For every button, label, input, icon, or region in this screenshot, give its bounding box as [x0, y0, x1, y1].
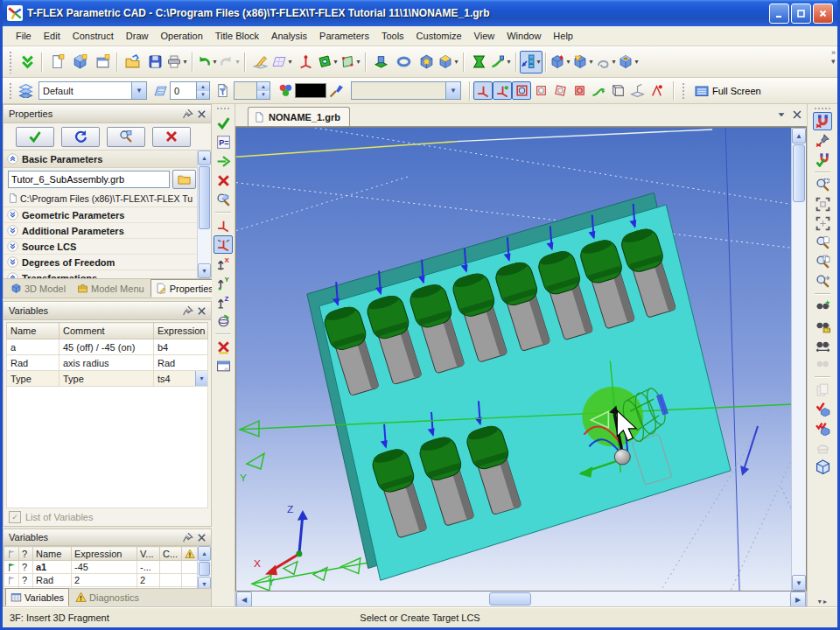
zoom-selection-button[interactable] — [813, 214, 832, 233]
page-filter-button[interactable] — [213, 81, 232, 100]
watch-row[interactable]: ? Rad 2 2 — [4, 574, 198, 587]
watch-comment[interactable] — [160, 587, 182, 589]
workplane-3d-button[interactable]: ▾ — [340, 51, 362, 74]
print-button[interactable]: ▾ — [166, 51, 189, 74]
sketch-button[interactable] — [248, 51, 271, 74]
lcs-move-node-button[interactable] — [493, 81, 512, 100]
profile-3d-button[interactable]: ▾ — [317, 51, 340, 74]
loft-button[interactable] — [467, 51, 490, 74]
column-header[interactable]: Expression — [72, 547, 137, 561]
close-icon[interactable] — [196, 108, 207, 120]
color-picker-button[interactable] — [276, 81, 295, 100]
menu-item[interactable]: Help — [547, 28, 579, 44]
column-header[interactable]: C... — [160, 547, 182, 561]
boolean-union-button[interactable] — [415, 51, 438, 74]
menu-item[interactable]: Edit — [38, 28, 66, 44]
dropdown-caret[interactable]: ▾ — [182, 58, 188, 66]
new-document-button[interactable] — [46, 51, 68, 74]
lcs-move-button[interactable] — [473, 81, 493, 100]
watch-value[interactable]: 1 — [137, 587, 160, 589]
document-tab[interactable]: NONAME_1.grb — [248, 107, 350, 126]
cancel-cross-button[interactable] — [152, 127, 191, 147]
close-document-icon[interactable] — [791, 108, 803, 121]
toolbar-overflow[interactable]: ▾ ▸ — [818, 598, 827, 606]
toolbar-grip[interactable] — [681, 81, 685, 101]
collapsed-section[interactable]: Source LCS — [4, 239, 198, 255]
open-folder-button[interactable] — [121, 51, 144, 74]
fill-style-button[interactable] — [326, 81, 346, 100]
pushpin-icon[interactable] — [182, 108, 193, 120]
lcs-rotate-box-button[interactable] — [512, 81, 531, 100]
lcs-curve-button[interactable] — [589, 81, 608, 100]
fragment-file-input[interactable] — [8, 171, 170, 188]
divide-x-button[interactable] — [214, 338, 233, 356]
menu-item[interactable]: Customize — [410, 28, 468, 44]
lcs-target-2-button[interactable] — [214, 235, 233, 254]
magnet-check-button[interactable] — [813, 150, 832, 169]
watch-expression[interactable]: 1 — [72, 587, 137, 589]
watch-comment[interactable] — [160, 574, 182, 587]
minimize-button[interactable] — [769, 4, 789, 24]
layers-stack-button[interactable] — [150, 81, 170, 100]
undo-button[interactable]: ▾ — [196, 51, 219, 74]
dropdown-caret[interactable]: ▾ — [536, 58, 542, 66]
spiral-3d-button[interactable]: ▾ — [595, 51, 618, 74]
collapsed-section[interactable]: Additional Parameters — [4, 223, 198, 239]
watch-question[interactable]: ? — [19, 574, 33, 587]
dropdown-caret[interactable]: ▾ — [506, 58, 512, 66]
lcs-axes-dot-button[interactable] — [647, 81, 666, 100]
save-button[interactable] — [144, 51, 166, 74]
watch-expression[interactable]: 2 — [72, 574, 137, 587]
watch-question[interactable]: ? — [19, 561, 33, 574]
maximize-button[interactable] — [791, 4, 811, 24]
toolbar-grip[interactable] — [814, 107, 831, 111]
watch-scrollbar[interactable]: ▲ ▼ — [197, 546, 211, 588]
workplane-button[interactable]: ▾ — [271, 51, 294, 74]
column-header[interactable]: Name — [33, 547, 72, 561]
full-screen-button[interactable]: Full Screen — [689, 81, 767, 100]
copy-3d-button[interactable]: ▾ — [550, 51, 572, 74]
section-basic-parameters[interactable]: Basic Parameters — [4, 150, 198, 168]
dropdown-caret[interactable]: ▾ — [565, 58, 571, 66]
panel-tab[interactable]: Model Menu — [72, 279, 150, 298]
finish-all-button[interactable] — [16, 51, 38, 74]
spinner-buttons[interactable]: ▲▼ — [196, 82, 209, 99]
collapsed-section[interactable]: Degrees of Freedom — [4, 255, 198, 270]
view-cube-button[interactable] — [813, 458, 832, 476]
watch-name[interactable]: t1 — [33, 587, 72, 589]
level-spinner[interactable]: 0 ▲▼ — [170, 81, 210, 100]
watch-value[interactable]: -... — [137, 561, 160, 574]
column-header[interactable]: V... — [137, 547, 160, 561]
redo-button[interactable]: ▾ — [219, 51, 242, 74]
warning-column-header[interactable] — [182, 547, 198, 561]
chevron-down-icon[interactable]: ▼ — [131, 82, 146, 99]
watch-value[interactable]: 2 — [137, 574, 160, 587]
pushpin-icon[interactable] — [182, 532, 193, 543]
extrude-button[interactable] — [369, 51, 392, 74]
dropdown-caret[interactable]: ▾ — [332, 58, 339, 66]
3d-scene[interactable]: Y — [236, 128, 806, 591]
lcs-target-button[interactable] — [214, 216, 233, 234]
preview-box-button[interactable] — [214, 191, 233, 209]
menu-item[interactable]: Title Block — [209, 28, 265, 44]
move-z-button[interactable]: Z — [214, 293, 233, 312]
browse-button[interactable] — [172, 170, 196, 189]
variable-row[interactable]: a 45 (off) / -45 (on) b4 — [7, 340, 208, 355]
menu-item[interactable]: Window — [500, 28, 547, 44]
variable-name[interactable]: Rad — [7, 355, 60, 371]
hole-3d-button[interactable]: ▾ — [618, 51, 640, 74]
list-of-variables-checkbox[interactable]: ✓ — [9, 511, 21, 523]
cancel-x-button[interactable] — [214, 172, 233, 190]
watch-comment[interactable] — [160, 561, 182, 574]
zoom-page-button[interactable] — [813, 234, 832, 252]
lcs-3d-button[interactable] — [294, 51, 317, 74]
toolbar-grip[interactable] — [8, 81, 12, 101]
watch-row[interactable]: ? t1 1 1 — [4, 587, 198, 589]
section-3d-button[interactable]: ▾ — [572, 51, 595, 74]
current-color-swatch[interactable] — [295, 83, 326, 98]
sweep-button[interactable]: ▾ — [490, 51, 513, 74]
copy-view-button[interactable] — [813, 381, 832, 399]
menu-item[interactable]: File — [10, 28, 38, 44]
close-icon[interactable] — [196, 305, 207, 317]
variable-row[interactable]: Type Type ts4 — [7, 371, 208, 387]
